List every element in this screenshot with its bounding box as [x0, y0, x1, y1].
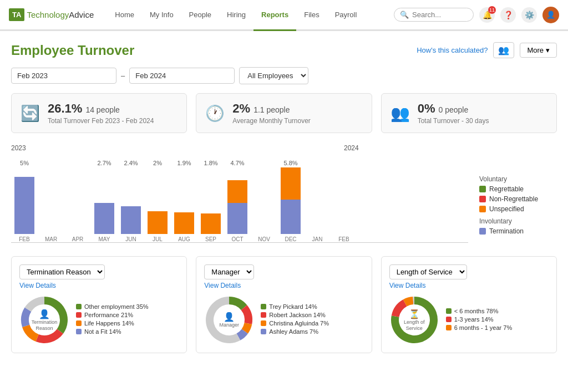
bar-stack-2 [68, 167, 88, 234]
legend-non-regrettable: Non-Regrettable [479, 195, 557, 203]
legend-item: Trey Pickard 14% [261, 303, 329, 310]
bar-nr-5 [148, 211, 168, 234]
bar-stack-1 [41, 167, 61, 234]
bar-inv-10 [281, 200, 301, 234]
stat-label-1: Average Monthly Turnover [232, 117, 311, 125]
bar-nr-6 [174, 212, 194, 234]
search-box[interactable]: 🔍 [394, 8, 474, 22]
nav-bar: TA TechnologyAdvice HomeMy InfoPeopleHir… [0, 0, 568, 31]
nav-link-my-info[interactable]: My Info [142, 0, 181, 31]
bar-stack-4 [121, 167, 141, 234]
legend-label: Christina Agluinda 7% [269, 320, 329, 327]
legend-item: Performance 21% [76, 312, 149, 318]
employee-filter-select[interactable]: All Employees [239, 67, 308, 84]
chart-year-left: 2023 [11, 144, 344, 152]
bottom-card-header-2: Length of Service [389, 264, 549, 279]
legend-label: Not a Fit 14% [84, 328, 121, 335]
bar-label-10: 5.8% [283, 157, 297, 166]
view-details-link-2[interactable]: View Details [389, 282, 549, 289]
bar-stack-10 [281, 167, 301, 234]
logo-text: TechnologyAdvice [27, 10, 94, 19]
donut-wrap-0: 👤 TerminationReason [19, 295, 69, 345]
stat-people-2: 0 people [438, 105, 468, 114]
nav-link-people[interactable]: People [181, 0, 219, 31]
bar-group-JUN-4[interactable]: 2.4%JUN [118, 157, 144, 242]
bar-group-JUL-5[interactable]: 2%JUL [144, 157, 171, 242]
bottom-card-1: Manager View Details 👤 Manager [196, 256, 372, 353]
date-from-input[interactable] [11, 68, 116, 84]
donut-center-2: ⏳ Length ofService [404, 309, 425, 332]
nav-link-reports[interactable]: Reports [253, 0, 296, 31]
how-calculated-link[interactable]: How's this calculated? [417, 46, 488, 54]
bar-group-OCT-8[interactable]: 4.7%OCT [224, 157, 251, 242]
bar-group-MAY-3[interactable]: 2.7%MAY [91, 157, 118, 242]
donut-icon-2: ⏳ [409, 309, 420, 319]
page-title: Employee Turnover [11, 43, 134, 58]
bar-stack-3 [94, 167, 114, 234]
bar-month-6: AUG [178, 236, 190, 242]
bar-group-APR-2[interactable]: APR [64, 157, 91, 242]
bar-stack-6 [174, 167, 194, 234]
bar-group-FEB-0[interactable]: 5%FEB [11, 157, 38, 242]
bar-group-AUG-6[interactable]: 1.9%AUG [171, 157, 197, 242]
legend-label: Performance 21% [84, 312, 133, 318]
bar-month-12: FEB [338, 236, 349, 242]
bar-group-JAN-11[interactable]: JAN [304, 157, 331, 242]
legend-label: Life Happens 14% [84, 320, 134, 327]
chart-bars: 5%FEBMARAPR2.7%MAY2.4%JUN2%JUL1.9%AUG1.8… [11, 154, 468, 243]
search-input[interactable] [412, 11, 468, 19]
nav-link-files[interactable]: Files [296, 0, 327, 31]
person-filter-button[interactable]: 👥 [493, 42, 514, 58]
stat-icon-0: 🔄 [21, 104, 40, 123]
bar-stack-12 [334, 167, 354, 234]
page-header: Employee Turnover How's this calculated?… [11, 42, 557, 58]
legend-dot [261, 312, 266, 318]
bar-stack-0 [14, 167, 34, 234]
bar-group-NOV-9[interactable]: NOV [251, 157, 277, 242]
donut-row-0: 👤 TerminationReason Other employment 35%… [19, 295, 179, 345]
bar-month-9: NOV [258, 236, 270, 242]
regrettable-dot [479, 186, 486, 192]
date-to-input[interactable] [129, 68, 235, 84]
notification-badge: 11 [488, 6, 496, 14]
view-details-link-0[interactable]: View Details [19, 282, 179, 289]
main-content: Employee Turnover How's this calculated?… [0, 31, 568, 364]
chart-legend: Voluntary Regrettable Non-Regrettable Un… [468, 175, 557, 243]
legend-dot [76, 304, 82, 309]
bar-group-SEP-7[interactable]: 1.8%SEP [197, 157, 224, 242]
nav-link-payroll[interactable]: Payroll [327, 0, 365, 31]
bar-group-MAR-1[interactable]: MAR [38, 157, 64, 242]
bottom-dropdown-2[interactable]: Length of Service [389, 264, 467, 279]
legend-dot [446, 308, 452, 314]
bottom-row: Termination Reason View Details 👤 Termin… [11, 256, 557, 353]
stat-info-0: 26.1%14 people Total Turnover Feb 2023 -… [48, 101, 154, 125]
stat-info-1: 2%1.1 people Average Monthly Turnover [232, 101, 311, 125]
bar-nr-10 [281, 167, 301, 200]
stat-pct-2: 0%0 people [418, 101, 489, 116]
date-range-dash: – [121, 72, 125, 80]
help-icon[interactable]: ❓ [500, 7, 516, 23]
stat-people-0: 14 people [85, 105, 120, 114]
nav-link-hiring[interactable]: Hiring [219, 0, 253, 31]
stat-label-2: Total Turnover - 30 days [418, 117, 489, 125]
view-details-link-1[interactable]: View Details [204, 282, 363, 289]
chart-section: 2023 2024 5%FEBMARAPR2.7%MAY2.4%JUN2%JUL… [11, 144, 557, 243]
avatar[interactable]: 👤 [542, 7, 559, 23]
chart-year-right: 2024 [344, 144, 359, 152]
bottom-dropdown-0[interactable]: Termination Reason [19, 264, 105, 279]
nav-link-home[interactable]: Home [107, 0, 142, 31]
nav-links: HomeMy InfoPeopleHiringReportsFilesPayro… [107, 0, 394, 29]
settings-icon[interactable]: ⚙️ [521, 7, 537, 23]
stat-info-2: 0%0 people Total Turnover - 30 days [418, 101, 489, 125]
bottom-dropdown-1[interactable]: Manager [204, 264, 254, 279]
bar-group-FEB-12[interactable]: FEB [331, 157, 357, 242]
legend-item: Robert Jackson 14% [261, 312, 329, 318]
logo[interactable]: TA TechnologyAdvice [9, 8, 94, 21]
bar-month-11: JAN [312, 236, 323, 242]
bar-group-DEC-10[interactable]: 5.8%DEC [277, 157, 304, 242]
legend-dot [446, 325, 452, 330]
legend-dot [76, 312, 82, 318]
non-regrettable-dot [479, 196, 486, 202]
notification-icon[interactable]: 🔔 11 [479, 7, 495, 23]
more-button[interactable]: More ▾ [520, 43, 557, 58]
